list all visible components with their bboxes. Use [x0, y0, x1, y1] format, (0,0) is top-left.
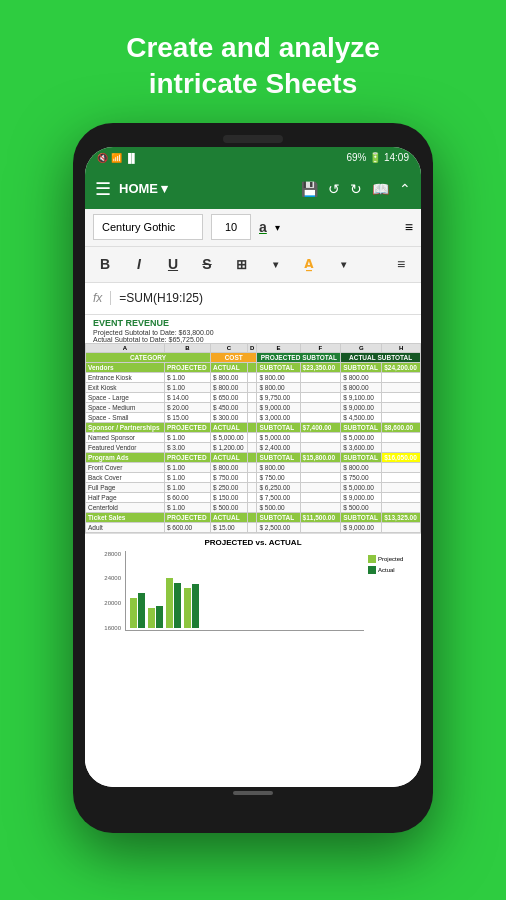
phone-frame: 🔇 📶 ▐▌ 69% 🔋 14:09 ☰ HOME ▾ 💾 ↺ ↻ 📖 ⌃	[73, 123, 433, 833]
vendors-label: Vendors	[86, 362, 165, 372]
main-toolbar: ☰ HOME ▾ 💾 ↺ ↻ 📖 ⌃	[85, 169, 421, 209]
menu-icon[interactable]: ☰	[95, 178, 111, 200]
col-c-header: C	[210, 343, 247, 352]
actual-header: ACTUAL SUBTOTAL	[341, 352, 421, 362]
chart-title: PROJECTED vs. ACTUAL	[93, 538, 413, 547]
home-indicator	[85, 791, 421, 795]
table-row: Adult $ 600.00 $ 15.00 $ 2,500.00 $ 9,00…	[86, 522, 421, 532]
header-line2: intricate Sheets	[149, 68, 358, 99]
cost-header: COST	[210, 352, 256, 362]
border-icon[interactable]: ⊞	[229, 257, 253, 272]
legend-proj-box	[368, 555, 376, 563]
vendors-proj-value: $23,350.00	[300, 362, 341, 372]
phone-camera	[223, 135, 283, 143]
font-toolbar: Century Gothic 10 a ▾ ≡	[85, 209, 421, 247]
table-row: Back Cover $ 1.00 $ 750.00 $ 750.00 $ 75…	[86, 472, 421, 482]
y-label-1: 16000	[93, 625, 121, 631]
table-row: Centerfold $ 1.00 $ 500.00 $ 500.00 $ 50…	[86, 502, 421, 512]
table-row: Entrance Kiosk $ 1.00 $ 800.00 $ 800.00 …	[86, 372, 421, 382]
vendors-subtotal-label: SUBTOTAL	[257, 362, 300, 372]
bar-group-1	[130, 593, 145, 628]
projected-subtotal: Projected Subtotal to Date: $63,800.00	[85, 329, 421, 336]
formula-content[interactable]: =SUM(H19:I25)	[119, 291, 203, 305]
italic-button[interactable]: I	[127, 256, 151, 272]
bar-projected-2	[148, 608, 155, 628]
app-header: Create and analyze intricate Sheets	[106, 0, 400, 123]
chart-bars	[125, 551, 364, 631]
legend-projected: Projected	[368, 555, 413, 563]
col-a-header: A	[86, 343, 165, 352]
font-color-dropdown[interactable]: ▾	[275, 222, 280, 233]
highlight-button[interactable]: A̲	[297, 257, 321, 271]
sponsor-section-row: Sponsor / Partnerships PROJECTED ACTUAL …	[86, 422, 421, 432]
legend-actual-label: Actual	[378, 567, 395, 573]
format-toolbar: B I U S ⊞ ▾ A̲ ▾ ≡	[85, 247, 421, 283]
undo-icon[interactable]: ↺	[328, 181, 340, 197]
table-row: Space - Small $ 15.00 $ 300.00 $ 3,000.0…	[86, 412, 421, 422]
bar-actual-3	[174, 583, 181, 628]
y-label-4: 28000	[93, 551, 121, 557]
font-underline-indicator: a	[259, 219, 267, 235]
legend-actual: Actual	[368, 566, 413, 574]
chart-container: 28000 24000 20000 16000	[93, 551, 413, 631]
bar-projected-3	[166, 578, 173, 628]
spreadsheet-area[interactable]: EVENT REVENUE Projected Subtotal to Date…	[85, 315, 421, 787]
redo-icon[interactable]: ↻	[350, 181, 362, 197]
phone-notch	[85, 135, 421, 143]
actual-subtotal: Actual Subtotal to Date: $65,725.00	[85, 336, 421, 343]
fx-label: fx	[93, 291, 111, 305]
table-row: Featured Vendor $ 3.00 $ 1,200.00 $ 2,40…	[86, 442, 421, 452]
chart-y-axis: 28000 24000 20000 16000	[93, 551, 121, 631]
sheet-title: EVENT REVENUE	[85, 315, 421, 329]
header-line1: Create and analyze	[126, 32, 380, 63]
data-table: A B C D E F G H CATEGORY COST PROJECTED …	[85, 343, 421, 533]
font-size-input[interactable]: 10	[211, 214, 251, 240]
bar-group-2	[148, 606, 163, 628]
book-icon[interactable]: 📖	[372, 181, 389, 197]
align-icon[interactable]: ≡	[405, 219, 413, 235]
save-icon[interactable]: 💾	[301, 181, 318, 197]
vendors-projected: PROJECTED	[164, 362, 210, 372]
bar-group-4	[184, 584, 199, 628]
col-f-header: F	[300, 343, 341, 352]
wifi-icon: 📶	[111, 153, 122, 163]
vendors-actual: ACTUAL	[210, 362, 247, 372]
chart-area: PROJECTED vs. ACTUAL 28000 24000 20000 1…	[85, 533, 421, 635]
y-label-2: 20000	[93, 600, 121, 606]
legend-actual-box	[368, 566, 376, 574]
col-b-header: B	[164, 343, 210, 352]
volume-icon: 🔇	[97, 153, 108, 163]
ticket-section-row: Ticket Sales PROJECTED ACTUAL SUBTOTAL $…	[86, 512, 421, 522]
status-battery: 69% 🔋 14:09	[346, 152, 409, 163]
bar-projected-1	[130, 598, 137, 628]
font-name-input[interactable]: Century Gothic	[93, 214, 203, 240]
legend-proj-label: Projected	[378, 556, 403, 562]
table-row: Half Page $ 60.00 $ 150.00 $ 7,500.00 $ …	[86, 492, 421, 502]
status-icons-left: 🔇 📶 ▐▌	[97, 153, 138, 163]
collapse-icon[interactable]: ⌃	[399, 181, 411, 197]
table-row: Named Sponsor $ 1.00 $ 5,000.00 $ 5,000.…	[86, 432, 421, 442]
highlight-dropdown[interactable]: ▾	[331, 259, 355, 270]
signal-icon: ▐▌	[125, 153, 138, 163]
vendors-actual-value: $24,200.00	[382, 362, 421, 372]
bar-actual-4	[192, 584, 199, 628]
formula-bar: fx =SUM(H19:I25)	[85, 283, 421, 315]
home-dropdown[interactable]: HOME ▾	[119, 181, 168, 196]
text-align-icon[interactable]: ≡	[389, 256, 413, 272]
table-row: Front Cover $ 1.00 $ 800.00 $ 800.00 $ 8…	[86, 462, 421, 472]
col-g-header: G	[341, 343, 382, 352]
fill-color-dropdown[interactable]: ▾	[263, 259, 287, 270]
table-row: Space - Medium $ 20.00 $ 450.00 $ 9,000.…	[86, 402, 421, 412]
phone-screen: 🔇 📶 ▐▌ 69% 🔋 14:09 ☰ HOME ▾ 💾 ↺ ↻ 📖 ⌃	[85, 147, 421, 787]
underline-button[interactable]: U	[161, 256, 185, 272]
table-row: Full Page $ 1.00 $ 250.00 $ 6,250.00 $ 5…	[86, 482, 421, 492]
vendors-blank	[247, 362, 257, 372]
bar-projected-4	[184, 588, 191, 628]
strikethrough-button[interactable]: S	[195, 256, 219, 272]
program-section-row: Program Ads PROJECTED ACTUAL SUBTOTAL $1…	[86, 452, 421, 462]
col-e-header: E	[257, 343, 300, 352]
status-bar: 🔇 📶 ▐▌ 69% 🔋 14:09	[85, 147, 421, 169]
bar-actual-2	[156, 606, 163, 628]
col-d-header: D	[247, 343, 257, 352]
bold-button[interactable]: B	[93, 256, 117, 272]
